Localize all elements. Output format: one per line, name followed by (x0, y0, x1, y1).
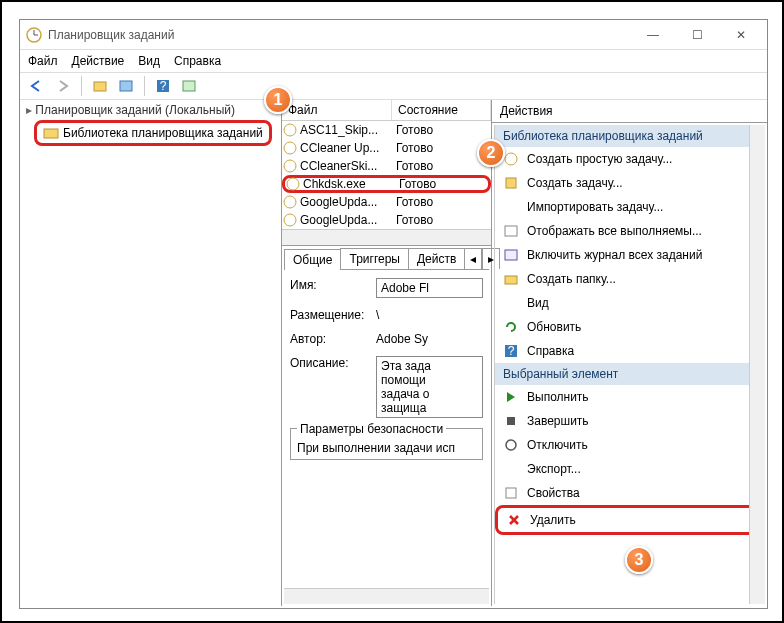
close-button[interactable]: ✕ (721, 23, 761, 47)
task-scheduler-window: Планировщик заданий — ☐ ✕ Файл Действие … (19, 19, 768, 609)
scrollbar-vertical[interactable] (749, 125, 765, 604)
svg-rect-17 (505, 226, 517, 236)
svg-rect-22 (507, 417, 515, 425)
label-location: Размещение: (290, 308, 376, 322)
disable-icon (503, 437, 519, 453)
task-row[interactable]: GoogleUpda... Готово (282, 211, 491, 229)
action-run[interactable]: Выполнить (495, 385, 765, 409)
clock-icon (282, 123, 298, 137)
action-import-task[interactable]: Импортировать задачу... (495, 195, 765, 219)
task-row-selected[interactable]: Chkdsk.exe Готово (282, 175, 491, 193)
action-refresh[interactable]: Обновить (495, 315, 765, 339)
svg-text:?: ? (160, 79, 167, 93)
col-header-status[interactable]: Состояние (392, 100, 491, 120)
scrollbar-horizontal[interactable] (284, 588, 489, 604)
help-icon: ? (503, 343, 519, 359)
actions-section-library[interactable]: Библиотека планировщика заданий ▴ (495, 125, 765, 147)
value-location: \ (376, 308, 483, 322)
task-row[interactable]: CCleaner Up... Готово (282, 139, 491, 157)
history-icon (503, 247, 519, 263)
minimize-button[interactable]: — (633, 23, 673, 47)
clock-icon (282, 195, 298, 209)
help-button[interactable]: ? (152, 75, 174, 97)
tree-library[interactable]: Библиотека планировщика заданий (34, 120, 272, 146)
action-delete[interactable]: Удалить (495, 505, 765, 535)
menu-view[interactable]: Вид (138, 54, 160, 68)
action-show-running[interactable]: Отображать все выполняемы... (495, 219, 765, 243)
task-row[interactable]: CCleanerSki... Готово (282, 157, 491, 175)
action-create-basic-task[interactable]: Создать простую задачу... (495, 147, 765, 171)
actions-pane: Действия Библиотека планировщика заданий… (492, 100, 767, 606)
label-desc: Описание: (290, 356, 376, 370)
svg-point-11 (284, 160, 296, 172)
menu-help[interactable]: Справка (174, 54, 221, 68)
task-list: Файл Состояние ASC11_Skip... Готово CCle… (282, 100, 491, 246)
field-name[interactable]: Adobe Fl (376, 278, 483, 298)
wizard-icon (503, 151, 519, 167)
clock-icon (285, 177, 301, 191)
clock-icon (282, 213, 298, 227)
label-author: Автор: (290, 332, 376, 346)
svg-rect-16 (506, 178, 516, 188)
tab-general[interactable]: Общие (284, 249, 341, 270)
field-desc[interactable]: Эта зада помощи задача о защища (376, 356, 483, 418)
svg-point-12 (287, 178, 299, 190)
tab-triggers[interactable]: Триггеры (340, 248, 409, 269)
svg-point-9 (284, 124, 296, 136)
svg-point-13 (284, 196, 296, 208)
task-row[interactable]: GoogleUpda... Готово (282, 193, 491, 211)
tab-actions[interactable]: Действ (408, 248, 465, 269)
app-icon (26, 27, 42, 43)
back-button[interactable] (26, 75, 48, 97)
value-author: Adobe Sy (376, 332, 483, 346)
badge-2: 2 (477, 139, 505, 167)
svg-rect-19 (505, 276, 517, 284)
scrollbar-horizontal[interactable] (282, 229, 491, 245)
tree-root[interactable]: ▸ Планировщик заданий (Локальный) (22, 102, 279, 118)
svg-rect-24 (506, 488, 516, 498)
menu-action[interactable]: Действие (72, 54, 125, 68)
action-disable[interactable]: Отключить (495, 433, 765, 457)
svg-text:?: ? (508, 344, 515, 358)
properties-icon (503, 485, 519, 501)
svg-point-14 (284, 214, 296, 226)
clock-icon (282, 141, 298, 155)
up-button[interactable] (89, 75, 111, 97)
play-icon (503, 389, 519, 405)
details-pane: Общие Триггеры Действ ◂ ▸ Имя: Adobe Fl … (282, 246, 491, 606)
action-enable-history[interactable]: Включить журнал всех заданий (495, 243, 765, 267)
tab-nav-left[interactable]: ◂ (464, 248, 482, 269)
actions-section-selected[interactable]: Выбранный элемент ▴ (495, 363, 765, 385)
action-end[interactable]: Завершить (495, 409, 765, 433)
task-row[interactable]: ASC11_Skip... Готово (282, 121, 491, 139)
task-icon (503, 175, 519, 191)
col-header-file[interactable]: Файл (282, 100, 392, 120)
action-view[interactable]: Вид ▸ (495, 291, 765, 315)
delete-icon (506, 512, 522, 528)
list-icon (503, 223, 519, 239)
group-security: Параметры безопасности (297, 422, 446, 436)
action-help[interactable]: ? Справка (495, 339, 765, 363)
svg-point-23 (506, 440, 516, 450)
window-title: Планировщик заданий (48, 28, 633, 42)
badge-3: 3 (625, 546, 653, 574)
view-button[interactable] (178, 75, 200, 97)
clock-icon (282, 159, 298, 173)
properties-button[interactable] (115, 75, 137, 97)
titlebar: Планировщик заданий — ☐ ✕ (20, 20, 767, 50)
label-name: Имя: (290, 278, 376, 292)
maximize-button[interactable]: ☐ (677, 23, 717, 47)
svg-rect-3 (94, 82, 106, 91)
actions-header: Действия (492, 100, 767, 123)
menu-file[interactable]: Файл (28, 54, 58, 68)
svg-rect-7 (183, 81, 195, 91)
menu-bar: Файл Действие Вид Справка (20, 50, 767, 72)
action-properties[interactable]: Свойства (495, 481, 765, 505)
action-create-task[interactable]: Создать задачу... (495, 171, 765, 195)
badge-1: 1 (264, 86, 292, 114)
folder-icon (503, 271, 519, 287)
folder-icon (43, 126, 59, 140)
forward-button[interactable] (52, 75, 74, 97)
action-export[interactable]: Экспорт... (495, 457, 765, 481)
action-new-folder[interactable]: Создать папку... (495, 267, 765, 291)
